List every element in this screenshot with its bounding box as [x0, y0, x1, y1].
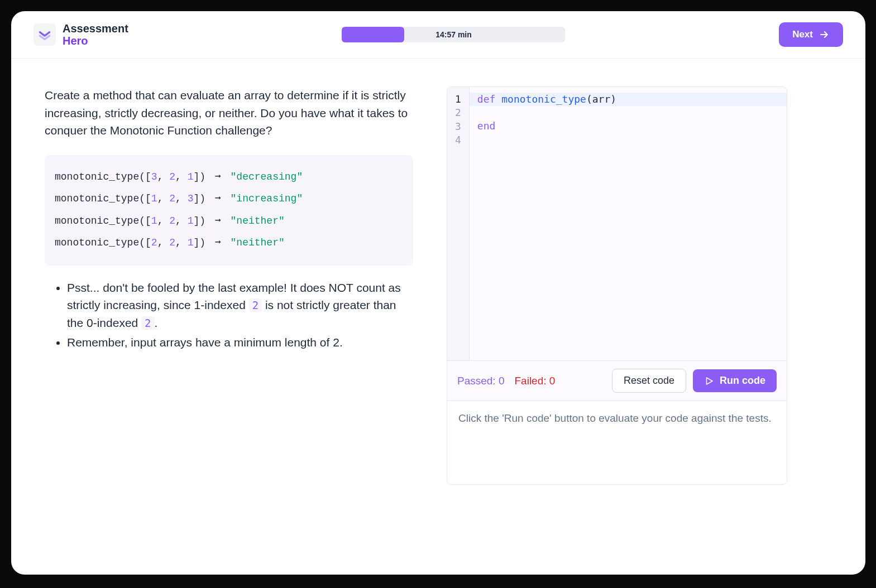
next-button-label: Next: [792, 29, 813, 40]
line-gutter: 1 2 3 4: [447, 87, 470, 360]
timer-text: 14:57 min: [435, 30, 472, 39]
logo-icon: [33, 23, 56, 46]
notes-list: Psst... don't be fooled by the last exam…: [45, 279, 413, 351]
reset-code-button[interactable]: Reset code: [612, 369, 686, 393]
app-window: Assessment Hero 14:57 min Next Create a …: [11, 11, 865, 575]
timer-progress: [342, 27, 404, 42]
code-panel: 1 2 3 4 def monotonic_type(arr) end Pas: [447, 86, 787, 547]
problem-panel: Create a method that can evaluate an arr…: [45, 86, 413, 547]
content: Create a method that can evaluate an arr…: [11, 59, 865, 575]
example-row: monotonic_type([2, 2, 1]) ➞ "neither": [55, 232, 403, 254]
code-area[interactable]: def monotonic_type(arr) end: [470, 87, 787, 360]
passed-count: Passed: 0: [457, 375, 505, 387]
example-row: monotonic_type([1, 2, 3]) ➞ "increasing": [55, 188, 403, 210]
run-code-label: Run code: [720, 375, 765, 387]
editor-box: 1 2 3 4 def monotonic_type(arr) end Pas: [447, 86, 787, 485]
output-panel: Click the 'Run code' button to evaluate …: [447, 401, 787, 484]
test-status: Passed: 0 Failed: 0: [457, 375, 555, 387]
problem-description: Create a method that can evaluate an arr…: [45, 86, 413, 139]
examples-block: monotonic_type([3, 2, 1]) ➞ "decreasing"…: [45, 155, 413, 266]
run-code-button[interactable]: Run code: [693, 369, 777, 392]
next-button[interactable]: Next: [779, 22, 843, 47]
header: Assessment Hero 14:57 min Next: [11, 11, 865, 59]
code-editor[interactable]: 1 2 3 4 def monotonic_type(arr) end: [447, 87, 787, 360]
arrow-right-icon: [818, 29, 830, 40]
play-icon: [704, 376, 714, 386]
editor-controls: Passed: 0 Failed: 0 Reset code Run code: [447, 360, 787, 401]
brand-line2: Hero: [63, 35, 128, 47]
brand-logo: Assessment Hero: [33, 22, 128, 47]
example-row: monotonic_type([1, 2, 1]) ➞ "neither": [55, 210, 403, 233]
note-item: Remember, input arrays have a minimum le…: [67, 334, 413, 351]
timer: 14:57 min: [128, 27, 779, 42]
failed-count: Failed: 0: [515, 375, 556, 387]
note-item: Psst... don't be fooled by the last exam…: [67, 279, 413, 332]
example-row: monotonic_type([3, 2, 1]) ➞ "decreasing": [55, 166, 403, 189]
brand-line1: Assessment: [63, 22, 128, 35]
